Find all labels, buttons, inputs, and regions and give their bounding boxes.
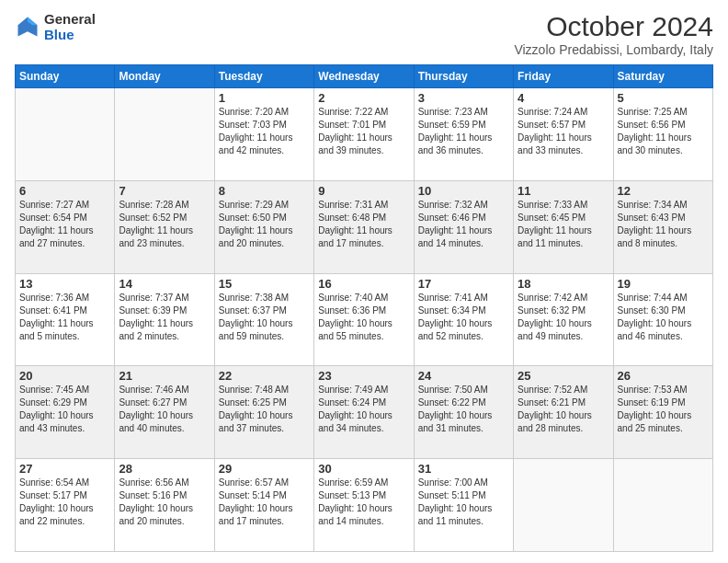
calendar-table: SundayMondayTuesdayWednesdayThursdayFrid…	[15, 64, 713, 552]
day-number: 15	[219, 277, 310, 291]
cell-info: Sunrise: 7:41 AM Sunset: 6:34 PM Dayligh…	[418, 292, 509, 343]
cell-info: Sunrise: 7:29 AM Sunset: 6:50 PM Dayligh…	[219, 199, 310, 250]
calendar-cell: 22Sunrise: 7:48 AM Sunset: 6:25 PM Dayli…	[214, 366, 313, 459]
day-number: 3	[418, 91, 509, 105]
cell-info: Sunrise: 6:59 AM Sunset: 5:13 PM Dayligh…	[318, 477, 409, 528]
calendar-cell: 31Sunrise: 7:00 AM Sunset: 5:11 PM Dayli…	[414, 459, 513, 552]
logo-text: General Blue	[44, 11, 96, 42]
cell-info: Sunrise: 7:40 AM Sunset: 6:36 PM Dayligh…	[318, 292, 409, 343]
cell-info: Sunrise: 7:31 AM Sunset: 6:48 PM Dayligh…	[318, 199, 409, 250]
weekday-header-monday: Monday	[115, 65, 214, 88]
day-number: 20	[19, 369, 110, 383]
day-number: 6	[19, 184, 110, 198]
cell-info: Sunrise: 7:49 AM Sunset: 6:24 PM Dayligh…	[318, 384, 409, 435]
calendar-cell: 19Sunrise: 7:44 AM Sunset: 6:30 PM Dayli…	[613, 273, 712, 366]
logo-blue: Blue	[44, 27, 96, 42]
calendar-cell	[115, 88, 214, 181]
weekday-header-sunday: Sunday	[16, 65, 115, 88]
cell-info: Sunrise: 7:24 AM Sunset: 6:57 PM Dayligh…	[518, 106, 609, 157]
calendar-week-3: 20Sunrise: 7:45 AM Sunset: 6:29 PM Dayli…	[16, 366, 713, 459]
calendar-cell: 18Sunrise: 7:42 AM Sunset: 6:32 PM Dayli…	[514, 273, 613, 366]
cell-info: Sunrise: 7:25 AM Sunset: 6:56 PM Dayligh…	[618, 106, 709, 157]
day-number: 8	[219, 184, 310, 198]
day-number: 23	[318, 369, 409, 383]
calendar-week-0: 1Sunrise: 7:20 AM Sunset: 7:03 PM Daylig…	[16, 88, 713, 181]
calendar-week-2: 13Sunrise: 7:36 AM Sunset: 6:41 PM Dayli…	[16, 273, 713, 366]
cell-info: Sunrise: 7:52 AM Sunset: 6:21 PM Dayligh…	[518, 384, 609, 435]
calendar-cell: 30Sunrise: 6:59 AM Sunset: 5:13 PM Dayli…	[314, 459, 414, 552]
calendar-cell: 7Sunrise: 7:28 AM Sunset: 6:52 PM Daylig…	[115, 180, 214, 273]
calendar-cell	[613, 459, 712, 552]
weekday-header-friday: Friday	[514, 65, 613, 88]
weekday-header-saturday: Saturday	[613, 65, 712, 88]
day-number: 2	[318, 91, 409, 105]
logo-icon	[15, 14, 40, 40]
header: General Blue October 2024 Vizzolo Predab…	[15, 11, 713, 57]
calendar-cell: 12Sunrise: 7:34 AM Sunset: 6:43 PM Dayli…	[613, 180, 712, 273]
location-title: Vizzolo Predabissi, Lombardy, Italy	[514, 42, 713, 57]
day-number: 21	[119, 369, 210, 383]
logo-general: General	[44, 11, 96, 27]
calendar-cell: 1Sunrise: 7:20 AM Sunset: 7:03 PM Daylig…	[214, 88, 313, 181]
day-number: 11	[518, 184, 609, 198]
cell-info: Sunrise: 7:32 AM Sunset: 6:46 PM Dayligh…	[418, 199, 509, 250]
day-number: 4	[518, 91, 609, 105]
weekday-header-thursday: Thursday	[414, 65, 513, 88]
logo: General Blue	[15, 11, 96, 42]
cell-info: Sunrise: 7:34 AM Sunset: 6:43 PM Dayligh…	[618, 199, 709, 250]
cell-info: Sunrise: 7:37 AM Sunset: 6:39 PM Dayligh…	[119, 292, 210, 343]
cell-info: Sunrise: 7:00 AM Sunset: 5:11 PM Dayligh…	[418, 477, 509, 528]
calendar-week-1: 6Sunrise: 7:27 AM Sunset: 6:54 PM Daylig…	[16, 180, 713, 273]
calendar-cell: 16Sunrise: 7:40 AM Sunset: 6:36 PM Dayli…	[314, 273, 414, 366]
calendar-cell: 3Sunrise: 7:23 AM Sunset: 6:59 PM Daylig…	[414, 88, 513, 181]
cell-info: Sunrise: 7:48 AM Sunset: 6:25 PM Dayligh…	[219, 384, 310, 435]
day-number: 5	[618, 91, 709, 105]
calendar-cell: 9Sunrise: 7:31 AM Sunset: 6:48 PM Daylig…	[314, 180, 414, 273]
calendar-cell: 23Sunrise: 7:49 AM Sunset: 6:24 PM Dayli…	[314, 366, 414, 459]
cell-info: Sunrise: 7:50 AM Sunset: 6:22 PM Dayligh…	[418, 384, 509, 435]
calendar-cell: 4Sunrise: 7:24 AM Sunset: 6:57 PM Daylig…	[514, 88, 613, 181]
day-number: 19	[618, 277, 709, 291]
day-number: 30	[318, 462, 409, 476]
calendar-cell: 10Sunrise: 7:32 AM Sunset: 6:46 PM Dayli…	[414, 180, 513, 273]
calendar-cell	[514, 459, 613, 552]
day-number: 24	[418, 369, 509, 383]
month-title: October 2024	[514, 11, 713, 42]
weekday-header-row: SundayMondayTuesdayWednesdayThursdayFrid…	[16, 65, 713, 88]
cell-info: Sunrise: 7:38 AM Sunset: 6:37 PM Dayligh…	[219, 292, 310, 343]
day-number: 31	[418, 462, 509, 476]
cell-info: Sunrise: 7:28 AM Sunset: 6:52 PM Dayligh…	[119, 199, 210, 250]
day-number: 14	[119, 277, 210, 291]
weekday-header-tuesday: Tuesday	[214, 65, 313, 88]
cell-info: Sunrise: 7:33 AM Sunset: 6:45 PM Dayligh…	[518, 199, 609, 250]
calendar-cell: 8Sunrise: 7:29 AM Sunset: 6:50 PM Daylig…	[214, 180, 313, 273]
day-number: 28	[119, 462, 210, 476]
day-number: 27	[19, 462, 110, 476]
cell-info: Sunrise: 7:20 AM Sunset: 7:03 PM Dayligh…	[219, 106, 310, 157]
cell-info: Sunrise: 7:44 AM Sunset: 6:30 PM Dayligh…	[618, 292, 709, 343]
cell-info: Sunrise: 7:45 AM Sunset: 6:29 PM Dayligh…	[19, 384, 110, 435]
calendar-cell: 2Sunrise: 7:22 AM Sunset: 7:01 PM Daylig…	[314, 88, 414, 181]
calendar-cell: 14Sunrise: 7:37 AM Sunset: 6:39 PM Dayli…	[115, 273, 214, 366]
day-number: 12	[618, 184, 709, 198]
calendar-cell	[16, 88, 115, 181]
day-number: 22	[219, 369, 310, 383]
calendar-cell: 29Sunrise: 6:57 AM Sunset: 5:14 PM Dayli…	[214, 459, 313, 552]
cell-info: Sunrise: 7:46 AM Sunset: 6:27 PM Dayligh…	[119, 384, 210, 435]
title-block: October 2024 Vizzolo Predabissi, Lombard…	[514, 11, 713, 57]
calendar-cell: 6Sunrise: 7:27 AM Sunset: 6:54 PM Daylig…	[16, 180, 115, 273]
day-number: 29	[219, 462, 310, 476]
day-number: 17	[418, 277, 509, 291]
cell-info: Sunrise: 6:54 AM Sunset: 5:17 PM Dayligh…	[19, 477, 110, 528]
cell-info: Sunrise: 7:42 AM Sunset: 6:32 PM Dayligh…	[518, 292, 609, 343]
day-number: 26	[618, 369, 709, 383]
calendar-week-4: 27Sunrise: 6:54 AM Sunset: 5:17 PM Dayli…	[16, 459, 713, 552]
calendar-cell: 21Sunrise: 7:46 AM Sunset: 6:27 PM Dayli…	[115, 366, 214, 459]
calendar-cell: 26Sunrise: 7:53 AM Sunset: 6:19 PM Dayli…	[613, 366, 712, 459]
calendar-cell: 27Sunrise: 6:54 AM Sunset: 5:17 PM Dayli…	[16, 459, 115, 552]
calendar-cell: 17Sunrise: 7:41 AM Sunset: 6:34 PM Dayli…	[414, 273, 513, 366]
calendar-cell: 20Sunrise: 7:45 AM Sunset: 6:29 PM Dayli…	[16, 366, 115, 459]
day-number: 1	[219, 91, 310, 105]
page: General Blue October 2024 Vizzolo Predab…	[0, 0, 728, 563]
cell-info: Sunrise: 6:56 AM Sunset: 5:16 PM Dayligh…	[119, 477, 210, 528]
